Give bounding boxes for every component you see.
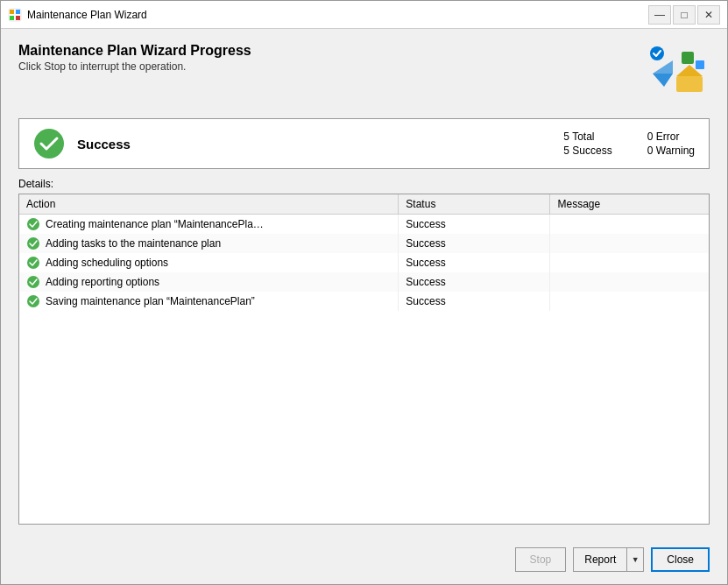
table-cell-status: Success	[399, 234, 550, 253]
table-cell-action: Adding scheduling options	[19, 253, 399, 272]
row-action-text: Adding reporting options	[46, 276, 159, 288]
summary-box: Success 5 Total 5 Success 0 Error 0 Warn…	[18, 118, 710, 169]
total-stat: 5 Total	[563, 130, 611, 143]
table-row: Saving maintenance plan “MaintenancePlan…	[19, 292, 709, 311]
stat-col-right: 0 Error 0 Warning	[647, 130, 695, 157]
table-cell-action: Adding reporting options	[19, 272, 399, 292]
title-bar: Maintenance Plan Wizard — □ ✕	[1, 1, 727, 29]
svg-point-17	[27, 295, 39, 307]
col-header-action: Action	[19, 194, 399, 215]
wizard-illustration	[648, 43, 710, 104]
svg-rect-10	[696, 60, 704, 69]
table-cell-message	[550, 215, 709, 235]
svg-rect-2	[16, 10, 20, 14]
table-cell-status: Success	[399, 253, 550, 272]
table-row: Adding scheduling options Success	[19, 253, 709, 272]
stop-button[interactable]: Stop	[515, 547, 567, 572]
wizard-subtitle: Click Stop to interrupt the operation.	[18, 60, 251, 73]
table-cell-message	[550, 272, 709, 292]
details-table: Action Status Message Creating maintenan…	[19, 194, 709, 311]
row-action-text: Adding scheduling options	[46, 257, 168, 269]
svg-rect-3	[10, 16, 14, 20]
row-success-icon	[26, 236, 40, 250]
table-row: Adding tasks to the maintenance plan Suc…	[19, 234, 709, 253]
success-stat: 5 Success	[563, 144, 611, 157]
svg-point-15	[27, 257, 39, 269]
close-button[interactable]: Close	[651, 547, 710, 572]
minimize-button[interactable]: —	[648, 5, 671, 25]
table-cell-status: Success	[399, 292, 550, 311]
app-icon	[8, 8, 22, 22]
svg-marker-5	[653, 74, 673, 87]
svg-point-16	[27, 276, 39, 288]
table-cell-message	[550, 292, 709, 311]
table-cell-message	[550, 253, 709, 272]
table-cell-status: Success	[399, 272, 550, 292]
title-bar-controls: — □ ✕	[648, 5, 720, 25]
report-dropdown-button[interactable]: ▼	[626, 547, 644, 572]
report-button[interactable]: Report	[573, 547, 626, 572]
table-row: Creating maintenance plan “MaintenancePl…	[19, 215, 709, 235]
row-action-text: Adding tasks to the maintenance plan	[46, 237, 221, 250]
row-action-text: Saving maintenance plan “MaintenancePlan…	[46, 295, 255, 307]
title-bar-text: Maintenance Plan Wizard	[27, 9, 648, 21]
row-success-icon	[26, 217, 40, 231]
table-cell-action: Adding tasks to the maintenance plan	[19, 234, 399, 253]
svg-point-14	[27, 237, 39, 250]
table-cell-action: Saving maintenance plan “MaintenancePlan…	[19, 292, 399, 311]
svg-point-13	[27, 218, 39, 230]
footer: Stop Report ▼ Close	[1, 539, 727, 584]
wizard-title-block: Maintenance Plan Wizard Progress Click S…	[18, 43, 251, 73]
wizard-header: Maintenance Plan Wizard Progress Click S…	[18, 43, 710, 104]
svg-rect-7	[676, 76, 703, 92]
svg-point-12	[34, 129, 64, 159]
details-label: Details:	[18, 178, 710, 190]
wizard-title: Maintenance Plan Wizard Progress	[18, 43, 251, 59]
success-label: Success	[77, 137, 563, 152]
table-header-row: Action Status Message	[19, 194, 709, 215]
table-cell-status: Success	[399, 215, 550, 235]
report-button-group: Report ▼	[573, 547, 644, 572]
svg-rect-4	[16, 16, 20, 20]
table-cell-message	[550, 234, 709, 253]
table-cell-action: Creating maintenance plan “MaintenancePl…	[19, 215, 399, 235]
svg-marker-6	[653, 60, 673, 74]
row-success-icon	[26, 275, 40, 289]
row-success-icon	[26, 294, 40, 308]
row-success-icon	[26, 256, 40, 270]
svg-rect-1	[10, 10, 14, 14]
maximize-button[interactable]: □	[673, 5, 696, 25]
stats-area: 5 Total 5 Success 0 Error 0 Warning	[563, 130, 695, 157]
svg-point-11	[650, 46, 664, 60]
close-window-button[interactable]: ✕	[697, 5, 720, 25]
col-header-message: Message	[550, 194, 709, 215]
content-area: Maintenance Plan Wizard Progress Click S…	[1, 29, 727, 539]
success-icon-large	[33, 128, 65, 159]
error-stat: 0 Error	[647, 130, 695, 143]
col-header-status: Status	[399, 194, 550, 215]
svg-rect-9	[682, 52, 694, 64]
main-window: Maintenance Plan Wizard — □ ✕ Maintenanc…	[0, 0, 728, 585]
warning-stat: 0 Warning	[647, 144, 695, 157]
row-action-text: Creating maintenance plan “MaintenancePl…	[46, 218, 264, 230]
details-table-wrapper: Action Status Message Creating maintenan…	[18, 194, 710, 525]
table-row: Adding reporting options Success	[19, 272, 709, 292]
stat-col-left: 5 Total 5 Success	[563, 130, 611, 157]
